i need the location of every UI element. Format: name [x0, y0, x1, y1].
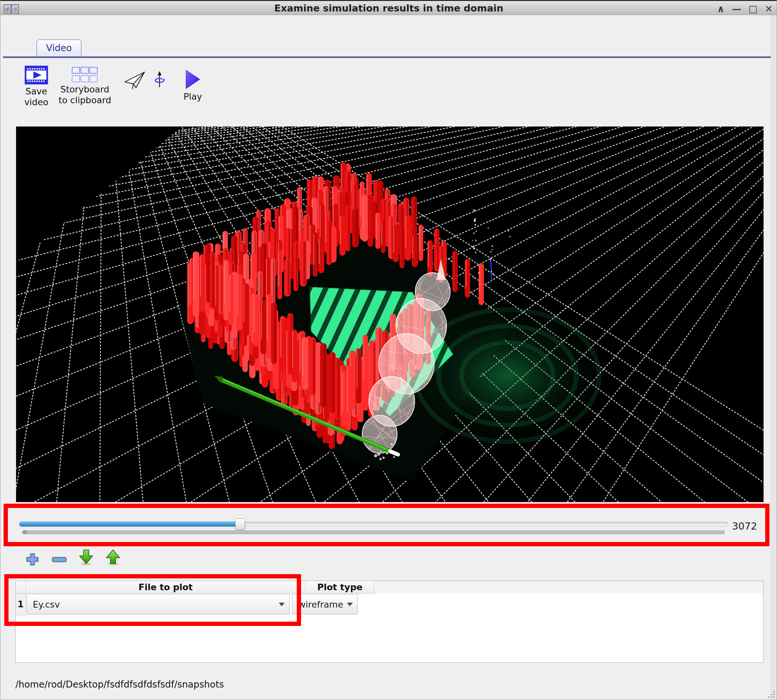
header-plot-type[interactable]: Plot type — [306, 581, 374, 593]
timeline-scrollbar[interactable] — [22, 530, 725, 534]
add-row-button[interactable] — [25, 553, 39, 568]
window-title: Examine simulation results in time domai… — [0, 1, 777, 15]
plot-type-combobox[interactable]: wireframe — [292, 594, 358, 615]
resize-grip[interactable] — [767, 690, 775, 698]
save-video-label-line2: video — [20, 97, 53, 107]
paper-plane-icon — [124, 72, 146, 90]
app-window: Examine simulation results in time domai… — [0, 0, 777, 700]
app-icon — [3, 4, 19, 16]
remove-minus-icon — [52, 557, 67, 563]
rotate-axis-icon — [153, 71, 166, 89]
file-to-plot-value: Ey.csv — [33, 599, 60, 610]
play-label: Play — [177, 91, 208, 102]
storyboard-grid-icon — [72, 67, 98, 83]
time-slider-handle[interactable] — [235, 518, 245, 530]
maximize-button[interactable]: □ — [749, 3, 757, 15]
play-button[interactable]: Play — [177, 69, 208, 102]
header-rownum-cell — [16, 581, 26, 593]
status-path-text: /home/rod/Desktop/fsdfdfsdfdsfsdf/snapsh… — [15, 679, 736, 690]
tab-underline — [3, 57, 775, 58]
move-down-button[interactable] — [78, 548, 95, 567]
time-slider-fill — [19, 522, 240, 527]
chevron-down-icon — [347, 603, 353, 606]
send-button[interactable] — [124, 72, 146, 91]
remove-row-button[interactable] — [52, 557, 67, 564]
move-down-arrow-icon — [78, 548, 95, 566]
row-number-cell[interactable]: 1 — [16, 593, 26, 616]
save-video-film-icon — [25, 65, 48, 85]
plot-type-value: wireframe — [298, 599, 343, 610]
header-filler — [374, 581, 763, 593]
viewport-3d[interactable] — [16, 127, 764, 502]
add-plus-icon — [25, 553, 39, 566]
minimize-button[interactable]: — — [732, 3, 741, 15]
chevron-down-icon — [279, 603, 285, 606]
plot-table-header: File to plot Plot type — [16, 581, 763, 593]
save-video-label-line1: Save — [20, 86, 53, 97]
save-video-button[interactable]: Save video — [20, 65, 53, 107]
play-triangle-icon — [185, 69, 201, 90]
window-edge-strip — [771, 15, 777, 700]
rotate-view-button[interactable] — [153, 71, 166, 90]
shade-button[interactable]: ∧ — [717, 3, 725, 15]
timeline-scrollbar-cap — [22, 530, 27, 534]
storyboard-label-line1: Storyboard — [53, 84, 117, 95]
simulation-scene — [16, 127, 764, 502]
titlebar: Examine simulation results in time domai… — [0, 0, 777, 15]
move-up-button[interactable] — [105, 548, 121, 567]
header-file-to-plot[interactable]: File to plot — [26, 581, 306, 593]
storyboard-button[interactable]: Storyboard to clipboard — [53, 67, 117, 105]
file-to-plot-combobox[interactable]: Ey.csv — [27, 594, 290, 615]
close-button[interactable]: ✕ — [765, 3, 773, 15]
plot-table: File to plot Plot type 1 Ey.csv wirefram… — [15, 581, 764, 663]
storyboard-label-line2: to clipboard — [53, 95, 117, 105]
move-up-arrow-icon — [105, 548, 121, 566]
slider-value-label: 3072 — [705, 520, 757, 532]
tab-video[interactable]: Video — [37, 39, 82, 57]
